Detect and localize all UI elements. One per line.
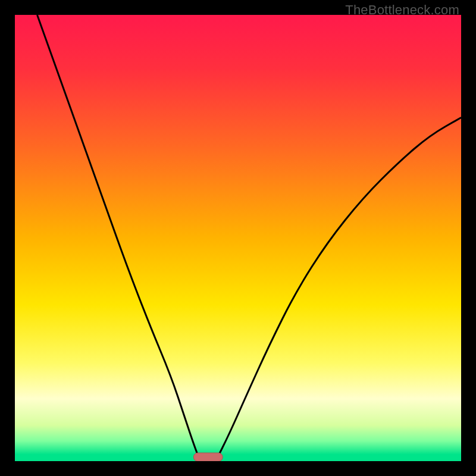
watermark-text: TheBottleneck.com bbox=[345, 2, 459, 18]
chart-svg bbox=[15, 15, 461, 461]
gradient-background bbox=[15, 15, 461, 461]
min-marker bbox=[193, 453, 223, 461]
chart-frame bbox=[15, 15, 461, 461]
